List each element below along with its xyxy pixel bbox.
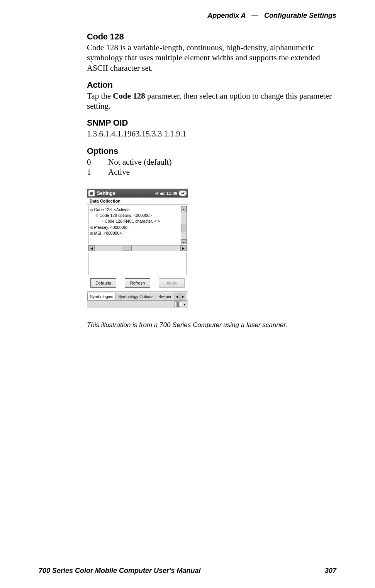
option-label: Active [108,167,130,177]
action-bold: Code 128 [113,91,145,101]
device-frame: ⊞ Settings ⇄ ◀ϵ 11:09 ok Data Collection… [87,189,188,308]
speaker-icon: ◀ϵ [160,191,165,196]
footer-manual-title: 700 Series Color Mobile Computer User's … [39,567,200,575]
page-header: Appendix A — Configurable Settings [207,12,336,20]
sip-bar: ▲ [87,300,188,308]
titlebar-app-name: Settings [97,191,115,196]
action-heading: Action [87,80,334,90]
tree-item[interactable]: Code 128 FNC1 character, < > [90,218,185,224]
start-flag-icon[interactable]: ⊞ [88,190,95,196]
apply-button: Apply [159,278,185,288]
scroll-thumb[interactable] [122,246,132,251]
scroll-track[interactable] [95,245,180,251]
connectivity-icon: ⇄ [155,191,158,196]
tree-content: Code 128, <Active> Code 128 options, <00… [88,206,187,237]
refresh-button[interactable]: Refresh [125,278,151,288]
snmp-value: 1.3.6.1.4.1.1963.15.3.3.1.1.9.1 [87,129,334,139]
keyboard-icon[interactable] [175,302,182,307]
status-icons: ⇄ ◀ϵ [155,191,165,196]
tab-scroll-left[interactable]: ◀ [174,293,180,300]
option-key: 1 [87,167,108,177]
intro-paragraph: Code 128 is a variable-length, continuou… [87,43,334,73]
tab-scroll-right[interactable]: ▶ [180,293,186,300]
scroll-thumb[interactable] [182,224,186,232]
button-row: Defaults Refresh Apply [87,278,188,291]
tree-pane[interactable]: Code 128, <Active> Code 128 options, <00… [88,206,187,244]
value-pane[interactable] [88,253,187,275]
option-label: Not active (default) [108,157,171,167]
header-appendix: Appendix A [207,12,246,19]
main-content: Code 128 Code 128 is a variable-length, … [87,32,334,329]
scroll-right-button[interactable]: ▶ [180,245,187,251]
panel-title: Data Collection [87,198,188,205]
section-title: Code 128 [87,32,334,42]
ok-button[interactable]: ok [179,191,187,196]
action-paragraph: Tap the Code 128 parameter, then select … [87,91,334,111]
defaults-button[interactable]: Defaults [90,278,116,288]
horizontal-scrollbar[interactable]: ◀ ▶ [88,245,187,251]
option-row-0: 0Not active (default) [87,157,334,167]
scroll-left-button[interactable]: ◀ [88,245,95,251]
scroll-up-button[interactable]: ▲ [181,206,187,212]
tab-beeper[interactable]: Beeper [156,293,174,300]
tree-item[interactable]: Code 128 options, <000006> [90,213,185,218]
tree-item[interactable]: Code 128, <Active> [90,207,130,212]
scroll-down-button[interactable]: ▼ [181,239,187,244]
header-separator: — [248,12,262,20]
snmp-heading: SNMP OID [87,118,334,128]
tab-symbology-options[interactable]: Symbology Options [115,293,156,300]
btn-label-rest: efresh [133,281,145,285]
vertical-scrollbar[interactable]: ▲ ▼ [181,206,187,244]
page-footer: 700 Series Color Mobile Computer User's … [39,567,336,575]
sip-up-icon[interactable]: ▲ [183,303,186,306]
header-section: Configurable Settings [264,12,336,19]
scroll-track[interactable] [181,212,187,239]
clock: 11:09 [166,191,177,196]
figure-caption: This illustration is from a 700 Series C… [87,321,334,329]
btn-label-rest: efaults [98,281,111,285]
device-titlebar: ⊞ Settings ⇄ ◀ϵ 11:09 ok [87,189,188,198]
tab-strip: Symbologies Symbology Options Beeper ◀ ▶ [87,291,188,300]
option-row-1: 1Active [87,167,334,177]
footer-page-number: 307 [325,567,336,575]
action-pre: Tap the [87,91,113,101]
device-screenshot: ⊞ Settings ⇄ ◀ϵ 11:09 ok Data Collection… [87,189,187,308]
tree-item[interactable]: Plessey, <000006> [90,225,129,230]
options-heading: Options [87,146,334,156]
option-key: 0 [87,157,108,167]
tab-symbologies[interactable]: Symbologies [87,293,116,300]
tree-item[interactable]: MSI, <000006> [90,231,122,235]
